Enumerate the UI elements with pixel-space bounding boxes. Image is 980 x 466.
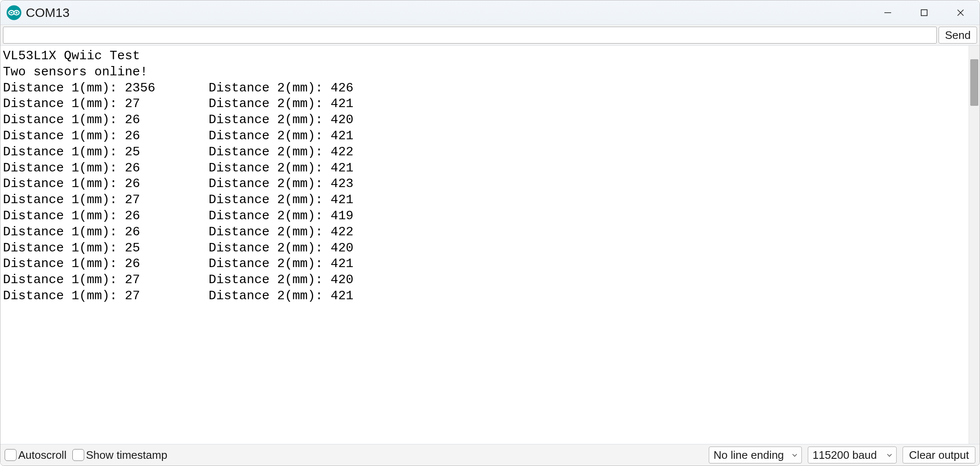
checkbox-icon xyxy=(72,449,84,461)
vertical-scrollbar[interactable] xyxy=(969,46,980,444)
show-timestamp-label: Show timestamp xyxy=(86,449,167,462)
show-timestamp-checkbox[interactable]: Show timestamp xyxy=(72,449,167,462)
baud-value: 115200 baud xyxy=(812,449,877,462)
baud-select[interactable]: 115200 baud xyxy=(808,447,897,463)
bottom-bar: Autoscroll Show timestamp No line ending… xyxy=(0,444,980,466)
chevron-down-icon xyxy=(886,452,893,458)
window-title: COM13 xyxy=(26,6,69,20)
maximize-button[interactable] xyxy=(914,3,934,22)
autoscroll-label: Autoscroll xyxy=(18,449,66,462)
output-area-wrap: VL53L1X Qwiic Test Two sensors online! D… xyxy=(0,46,980,444)
checkbox-icon xyxy=(5,449,17,461)
send-button[interactable]: Send xyxy=(939,27,977,44)
svg-rect-7 xyxy=(921,10,927,16)
scrollbar-thumb[interactable] xyxy=(970,59,978,106)
arduino-icon xyxy=(6,5,22,20)
serial-output[interactable]: VL53L1X Qwiic Test Two sensors online! D… xyxy=(0,46,969,444)
serial-monitor-window: COM13 Send VL53L1X Qwiic Test Two sensor… xyxy=(0,0,980,466)
close-button[interactable] xyxy=(951,3,970,22)
line-ending-select[interactable]: No line ending xyxy=(709,447,802,463)
line-ending-value: No line ending xyxy=(713,449,784,462)
titlebar[interactable]: COM13 xyxy=(0,0,980,25)
autoscroll-checkbox[interactable]: Autoscroll xyxy=(5,449,66,462)
minimize-button[interactable] xyxy=(878,3,897,22)
send-row: Send xyxy=(0,25,980,46)
clear-output-button[interactable]: Clear output xyxy=(903,447,975,463)
serial-input[interactable] xyxy=(3,27,937,44)
chevron-down-icon xyxy=(791,452,798,458)
